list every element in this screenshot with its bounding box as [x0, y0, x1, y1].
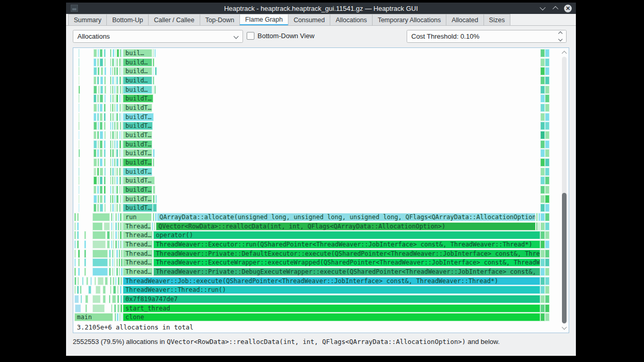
flame-frame[interactable]	[119, 131, 121, 139]
flame-frame[interactable]	[119, 313, 121, 321]
flame-frame[interactable]	[118, 222, 119, 231]
flame-frame[interactable]	[545, 86, 550, 94]
flame-frame[interactable]	[93, 76, 96, 85]
flame-frame[interactable]	[115, 213, 117, 221]
flame-frame[interactable]	[109, 250, 111, 258]
flame-frame[interactable]	[120, 295, 122, 303]
flame-frame[interactable]	[120, 195, 121, 203]
flame-frame[interactable]	[100, 122, 103, 130]
flame-frame[interactable]	[545, 113, 550, 121]
flame-frame[interactable]	[113, 231, 114, 239]
flame-frame[interactable]	[119, 250, 120, 258]
flame-frame[interactable]	[84, 250, 86, 258]
flame-frame[interactable]	[84, 240, 86, 249]
flame-frame[interactable]	[545, 186, 550, 194]
flame-frame[interactable]	[78, 186, 79, 194]
flame-frame[interactable]	[121, 67, 122, 75]
flame-frame[interactable]	[116, 176, 118, 185]
flame-frame[interactable]	[107, 240, 110, 249]
flame-frame[interactable]	[121, 186, 122, 194]
flame-frame[interactable]	[85, 304, 87, 312]
flame-frame[interactable]	[119, 76, 121, 85]
flame-frame[interactable]	[545, 94, 550, 103]
flame-frame[interactable]	[153, 195, 155, 203]
flame-frame[interactable]	[112, 258, 114, 267]
flame-frame[interactable]: build…	[123, 86, 152, 94]
flame-frame[interactable]	[116, 268, 118, 276]
flame-frame[interactable]	[153, 67, 154, 75]
flame-frame[interactable]	[78, 149, 80, 157]
flame-frame[interactable]: ThreadWeaver::ExecuteWrapper::executeWra…	[153, 258, 540, 267]
flame-frame[interactable]: operator()	[153, 231, 540, 239]
flame-frame[interactable]	[78, 131, 79, 139]
metric-select[interactable]: Allocations	[73, 30, 243, 43]
flame-frame[interactable]	[114, 104, 116, 112]
flame-frame[interactable]	[84, 268, 86, 276]
flame-frame[interactable]	[540, 186, 545, 194]
flame-frame[interactable]	[119, 186, 121, 194]
flame-frame[interactable]	[97, 76, 99, 85]
flame-frame[interactable]	[104, 149, 106, 157]
flame-frame[interactable]	[540, 86, 545, 94]
flame-frame[interactable]	[153, 58, 154, 67]
flame-frame[interactable]	[74, 222, 76, 231]
flame-frame[interactable]	[540, 76, 545, 85]
flame-frame[interactable]	[540, 286, 545, 294]
flame-frame[interactable]	[104, 195, 106, 203]
flame-frame[interactable]	[115, 277, 117, 285]
flame-frame[interactable]	[120, 304, 122, 312]
flame-frame[interactable]	[112, 277, 115, 285]
flame-frame[interactable]	[540, 277, 545, 285]
flame-frame[interactable]	[110, 122, 111, 130]
flame-frame[interactable]	[540, 122, 545, 130]
flame-frame[interactable]	[104, 49, 106, 57]
flame-frame[interactable]	[118, 213, 119, 221]
tab-sizes[interactable]: Sizes	[484, 14, 511, 25]
flame-frame[interactable]	[115, 186, 116, 194]
flame-frame[interactable]	[119, 268, 120, 276]
flame-frame[interactable]	[540, 295, 545, 303]
flame-frame[interactable]	[104, 113, 106, 121]
flame-frame[interactable]	[78, 49, 79, 57]
bottom-down-checkbox[interactable]	[247, 32, 254, 40]
flame-frame[interactable]	[540, 131, 545, 139]
flame-frame[interactable]	[78, 268, 80, 276]
flame-frame[interactable]	[116, 122, 119, 130]
flame-frame[interactable]	[78, 204, 79, 212]
flame-frame[interactable]	[93, 131, 96, 139]
flame-frame[interactable]	[78, 58, 79, 67]
flame-frame[interactable]	[115, 94, 116, 103]
flame-frame[interactable]	[116, 186, 118, 194]
flame-frame[interactable]	[545, 240, 550, 249]
flame-frame[interactable]	[545, 131, 550, 139]
flame-frame[interactable]	[540, 195, 545, 203]
flame-frame[interactable]	[77, 240, 79, 249]
flame-frame[interactable]	[116, 258, 118, 267]
flame-frame[interactable]	[116, 131, 118, 139]
flame-frame[interactable]	[95, 286, 101, 294]
flame-frame[interactable]	[94, 277, 96, 285]
flame-frame[interactable]	[116, 58, 118, 67]
flame-frame[interactable]	[113, 222, 114, 231]
flame-frame[interactable]	[117, 313, 119, 321]
flame-frame[interactable]	[119, 176, 121, 185]
flame-frame[interactable]: buildT…	[123, 131, 152, 139]
flame-frame[interactable]	[115, 76, 116, 85]
flame-frame[interactable]	[112, 76, 114, 85]
flame-frame[interactable]	[104, 140, 106, 149]
flame-frame[interactable]	[78, 67, 79, 75]
flame-frame[interactable]	[536, 213, 538, 221]
flame-frame[interactable]: buildT…	[123, 195, 152, 203]
flame-frame[interactable]	[116, 76, 118, 85]
flame-frame[interactable]	[110, 94, 111, 103]
flame-frame[interactable]	[100, 176, 103, 185]
tab-flame-graph[interactable]: Flame Graph	[239, 14, 288, 25]
flame-frame[interactable]	[120, 122, 121, 130]
flame-frame[interactable]	[112, 86, 114, 94]
flame-frame[interactable]	[78, 250, 80, 258]
flame-frame[interactable]	[540, 313, 545, 321]
flame-frame[interactable]	[115, 222, 117, 231]
flame-frame[interactable]	[536, 222, 538, 231]
flame-frame[interactable]	[77, 213, 79, 221]
flame-frame[interactable]	[545, 204, 550, 212]
